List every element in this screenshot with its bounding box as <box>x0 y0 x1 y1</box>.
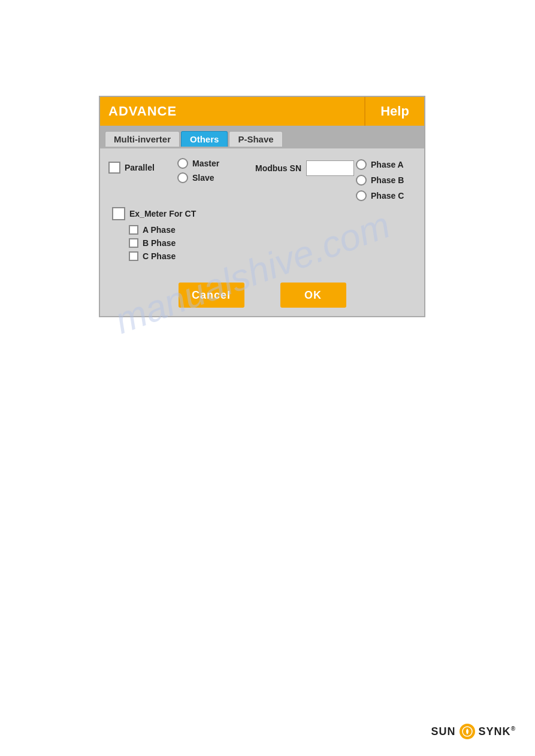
modbus-row: Modbus SN <box>255 160 354 176</box>
tab-others[interactable]: Others <box>181 131 228 147</box>
slave-radio[interactable] <box>177 172 188 183</box>
phase-b-row: Phase B <box>356 175 416 186</box>
tab-bar: Multi-inverter Others P-Shave <box>100 126 424 148</box>
c-phase-checkbox[interactable] <box>129 251 138 261</box>
phase-b-radio[interactable] <box>356 175 367 186</box>
logo-icon <box>460 724 475 739</box>
c-phase-row: C Phase <box>112 251 416 261</box>
master-label: Master <box>192 159 219 168</box>
phase-a-radio[interactable] <box>356 159 367 170</box>
logo-synk-text: SYNK® <box>479 725 516 738</box>
dialog-title: ADVANCE <box>100 97 364 126</box>
main-row: Parallel Master Slave Modbus SN <box>108 158 416 201</box>
logo-sun-text: SUN <box>431 725 456 738</box>
tab-multi-inverter[interactable]: Multi-inverter <box>105 131 180 147</box>
slave-row: Slave <box>177 172 255 183</box>
modbus-section: Modbus SN <box>255 158 354 176</box>
master-radio[interactable] <box>177 158 188 169</box>
phase-section: Phase A Phase B Phase C <box>356 158 416 201</box>
phase-b-label: Phase B <box>371 175 404 185</box>
master-slave-section: Master Slave <box>177 158 255 183</box>
exmeter-label: Ex_Meter For CT <box>129 209 196 218</box>
phase-a-row: Phase A <box>356 159 416 170</box>
cancel-button[interactable]: Cancel <box>179 283 244 308</box>
c-phase-label: C Phase <box>143 251 176 261</box>
advance-dialog: ADVANCE Help Multi-inverter Others P-Sha… <box>99 96 425 317</box>
exmeter-checkbox[interactable] <box>112 207 125 220</box>
dialog-footer: Cancel OK <box>100 278 424 316</box>
slave-label: Slave <box>192 173 214 183</box>
a-phase-label: A Phase <box>143 225 176 235</box>
b-phase-label: B Phase <box>143 238 176 248</box>
help-button[interactable]: Help <box>364 97 424 126</box>
dialog-header: ADVANCE Help <box>100 97 424 126</box>
modbus-sn-label: Modbus SN <box>255 163 301 173</box>
exmeter-section: Ex_Meter For CT A Phase B Phase C Phase <box>108 207 416 261</box>
b-phase-checkbox[interactable] <box>129 238 138 248</box>
dialog-body: Parallel Master Slave Modbus SN <box>100 148 424 278</box>
phase-c-radio[interactable] <box>356 190 367 201</box>
sunsynk-logo: SUN SYNK® <box>431 724 516 739</box>
a-phase-row: A Phase <box>112 225 416 235</box>
parallel-label: Parallel <box>125 163 155 172</box>
parallel-section: Parallel <box>108 158 177 174</box>
ok-button[interactable]: OK <box>280 283 346 308</box>
exmeter-row: Ex_Meter For CT <box>112 207 416 220</box>
master-row: Master <box>177 158 255 169</box>
phase-a-label: Phase A <box>371 160 404 169</box>
parallel-checkbox[interactable] <box>108 162 120 174</box>
phase-c-label: Phase C <box>371 191 404 201</box>
modbus-sn-input[interactable] <box>306 160 354 176</box>
phase-c-row: Phase C <box>356 190 416 201</box>
a-phase-checkbox[interactable] <box>129 225 138 235</box>
tab-p-shave[interactable]: P-Shave <box>229 131 282 147</box>
b-phase-row: B Phase <box>112 238 416 248</box>
